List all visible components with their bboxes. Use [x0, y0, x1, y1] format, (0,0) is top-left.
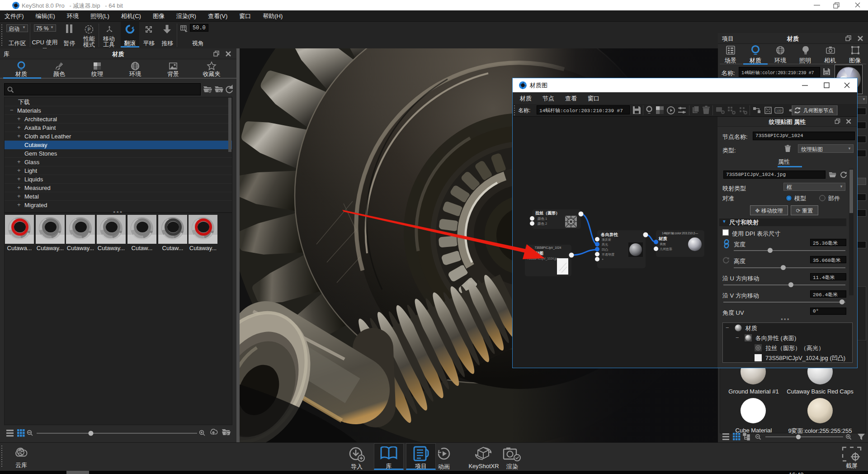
svg-text:几何图形节点: 几何图形节点: [803, 108, 833, 113]
svg-text:材质: 材质: [658, 236, 668, 241]
svg-text:凹凸: 凹凸: [602, 248, 608, 251]
svg-text:高光: 高光: [602, 243, 608, 246]
svg-text:表面: 表面: [660, 242, 666, 246]
svg-text:不透明度: 不透明度: [602, 253, 614, 256]
svg-text:100: 100: [776, 109, 782, 113]
svg-text:P: P: [88, 27, 91, 32]
svg-text:+: +: [602, 258, 604, 261]
svg-text:几何图形: 几何图形: [660, 247, 672, 251]
svg-text:漫反射: 漫反射: [602, 238, 611, 242]
svg-text:14蜗杆轴:color:203:210:2—: 14蜗杆轴:color:203:210:2—: [662, 232, 698, 235]
svg-text:各向异性: 各向异性: [600, 232, 618, 237]
